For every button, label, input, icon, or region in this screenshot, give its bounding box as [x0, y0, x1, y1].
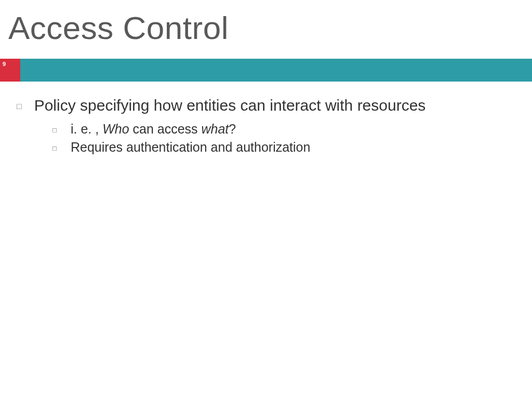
bullet-level2-text: Requires authentication and authorizatio…: [71, 140, 310, 155]
sub1-what: what: [202, 122, 229, 136]
page-number-badge: 9: [0, 59, 20, 82]
bullet-level2-text: i. e. , Who can access what?: [71, 122, 236, 137]
slide: Access Control 9 □ Policy specifying how…: [0, 0, 532, 399]
sub1-who: Who: [102, 122, 129, 136]
sub1-mid: can access: [129, 122, 202, 136]
bullet-level1-text: Policy specifying how entities can inter…: [34, 97, 426, 114]
bullet-level2: ◻ Requires authentication and authorizat…: [52, 140, 520, 155]
bullet-level2: ◻ i. e. , Who can access what?: [52, 122, 520, 137]
page-number-text: 9: [3, 61, 6, 67]
square-bullet-icon: ◻: [52, 144, 57, 152]
square-bullet-icon: □: [17, 102, 22, 111]
sub1-post: ?: [229, 122, 236, 136]
square-bullet-icon: ◻: [52, 126, 57, 134]
divider-bar: [0, 59, 532, 82]
bullet-level1: □ Policy specifying how entities can int…: [16, 97, 520, 114]
sub1-pre: i. e. ,: [71, 122, 102, 136]
content-area: □ Policy specifying how entities can int…: [16, 97, 520, 158]
slide-title: Access Control: [8, 9, 229, 46]
